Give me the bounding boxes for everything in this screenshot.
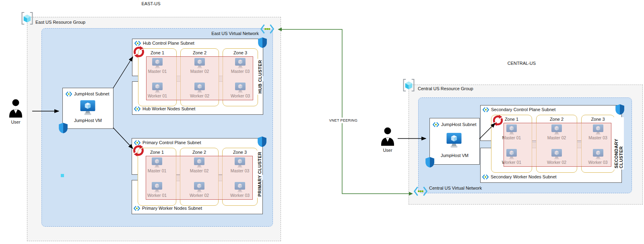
central-vnet-icon [414,186,427,196]
primary-worker-subnet-label: Primary Worker Nodes Subnet [142,206,202,211]
east-resource-group-icon [21,12,34,25]
east-jumphost-subnet-label: JumpHost Subnet [74,91,109,97]
hub-control-subnet-label: Hub Control Plane Subnet [143,41,194,46]
east-jumphost-subnet-header: JumpHost Subnet [66,91,109,97]
east-user: User [9,99,23,124]
hub-cluster-overlay [146,56,253,100]
primary-aks-cluster-icon [132,144,145,157]
vnet-peering-label: VNET PEERING [321,118,365,123]
east-jumphost-vm-label: JumpHost VM [63,118,113,123]
diagram-canvas: EAST-US East US Resource Group East US V… [0,0,644,244]
subnet-icon [482,174,489,180]
user-icon [9,99,23,118]
primary-nsg-shield-icon [258,136,266,147]
secondary-cluster-name: SECONDARY CLUSTER [614,117,623,170]
zone-label: Zone 3 [582,117,614,122]
central-region-title: CENTRAL-US [504,61,540,66]
primary-cluster-overlay [146,156,253,200]
central-vnet-label: Central US Virtual Network [429,186,482,190]
zone-label: Zone 2 [180,150,218,155]
central-jumphost-vm-icon [446,133,462,148]
zone-label: Zone 3 [223,50,258,55]
hub-worker-subnet-label: Hub Worker Nodes Subnet [142,106,195,112]
hub-aks-cluster-icon [132,45,146,59]
hub-worker-subnet-header: Hub Worker Nodes Subnet [134,106,195,112]
east-vnet-icon [260,24,274,34]
central-user-label: User [381,148,394,153]
east-region-title: EAST-US [133,1,169,6]
vnet-peering-line [282,29,409,194]
subnet-icon [66,91,72,97]
hub-cluster-name: HUB CLUSTER [256,55,264,99]
central-jumphost-subnet-label: JumpHost Subnet [441,122,476,127]
secondary-control-subnet-header: Secondary Control Plane Subnet [483,107,555,112]
zone-label: Zone 2 [181,50,219,55]
east-user-label: User [9,120,23,124]
secondary-nsg-shield-icon [615,104,624,115]
subnet-icon [433,122,439,127]
subnet-icon [134,106,140,112]
east-jumphost-subnet-box: JumpHost Subnet JumpHost VM [62,88,114,129]
subnet-icon [134,206,140,211]
secondary-worker-subnet-header: Secondary Worker Nodes Subnet [482,174,557,180]
central-resource-group-icon [402,79,415,92]
secondary-cluster-overlay [504,123,611,167]
central-jumphost-nsg-shield-icon [425,157,434,167]
east-jumphost-nsg-shield-icon [59,123,68,133]
central-jumphost-subnet-box: JumpHost Subnet JumpHost VM [429,118,480,165]
user-icon [381,127,394,146]
secondary-control-subnet-label: Secondary Control Plane Subnet [491,107,555,112]
hub-nsg-shield-icon [258,37,267,48]
east-resource-group-label: East US Resource Group [35,20,85,25]
central-resource-group-label: Central US Resource Group [418,86,473,91]
secondary-aks-cluster-icon [491,114,504,127]
central-user: User [381,127,394,153]
subnet-icon [483,107,489,112]
primary-control-subnet-label: Primary Control Plane Subnet [142,140,201,145]
secondary-worker-subnet-label: Secondary Worker Nodes Subnet [491,174,557,180]
east-vnet-label: East US Virtual Network [178,31,259,36]
primary-cluster-name: PRIMARY CLUSTER [255,150,264,199]
east-jumphost-vm-icon [80,100,96,115]
zone-label: Zone 2 [537,117,577,122]
zone-label: Zone 3 [223,150,257,155]
small-cyan-square [61,174,64,177]
central-jumphost-vm-label: JumpHost VM [430,153,479,158]
central-jumphost-subnet-header: JumpHost Subnet [433,122,476,127]
primary-worker-subnet-header: Primary Worker Nodes Subnet [134,206,202,211]
